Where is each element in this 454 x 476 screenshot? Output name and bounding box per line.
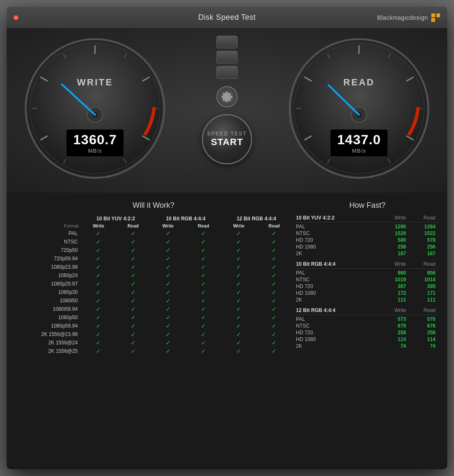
checkmark-icon: ✓ [201, 297, 206, 304]
table-row: 1080i59.94✓✓✓✓✓✓ [15, 305, 292, 313]
results-area: Will it Work? 10 Bit YUV 4:2:2 10 Bit RG… [7, 193, 447, 469]
will-it-work-title: Will it Work? [15, 201, 292, 210]
checkmark-icon: ✓ [96, 230, 101, 237]
format-btn-2[interactable] [216, 51, 238, 63]
hf-row-write: 1290 [380, 224, 409, 230]
check-cell: ✓ [186, 305, 221, 313]
table-row: 1080p24✓✓✓✓✓✓ [15, 271, 292, 280]
checkmark-icon: ✓ [166, 230, 171, 237]
check-cell: ✓ [81, 280, 116, 288]
check-cell: ✓ [81, 296, 116, 305]
check-cell: ✓ [150, 330, 186, 338]
table-row: 2K 1556@25✓✓✓✓✓✓ [15, 347, 292, 355]
hf-row-read: 256 [409, 244, 439, 250]
format-cell: 1080p23.98 [15, 263, 81, 271]
checkmark-icon: ✓ [236, 255, 241, 262]
hf-row-write: 573 [380, 316, 409, 322]
close-button[interactable] [13, 15, 18, 20]
check-cell: ✓ [186, 296, 221, 305]
checkmark-icon: ✓ [201, 339, 206, 346]
how-fast-title: How Fast? [296, 201, 439, 210]
checkmark-icon: ✓ [131, 297, 136, 304]
brand-logo: Blackmagicdesign [377, 13, 441, 22]
format-cell: 2K 1556@25 [15, 347, 81, 355]
hf-row-read: 256 [409, 330, 439, 336]
read-value: 1437.0 [337, 132, 381, 148]
will-it-work-section: Will it Work? 10 Bit YUV 4:2:2 10 Bit RG… [15, 201, 292, 465]
format-cell: 720p50 [15, 246, 81, 254]
check-cell: ✓ [256, 263, 292, 271]
check-cell: ✓ [116, 330, 150, 338]
checkmark-icon: ✓ [131, 306, 136, 312]
checkmark-icon: ✓ [201, 306, 206, 312]
checkmark-icon: ✓ [272, 247, 277, 254]
check-cell: ✓ [221, 238, 257, 246]
checkmark-icon: ✓ [236, 289, 241, 296]
checkmark-icon: ✓ [96, 247, 101, 254]
check-cell: ✓ [256, 229, 292, 238]
hf-section-0: 10 Bit YUV 4:2:2 Write Read PAL 1290 128… [296, 215, 439, 257]
rgb12-write-header: Write [221, 222, 257, 229]
checkmark-icon: ✓ [96, 314, 101, 321]
write-gauge: WRITE 1360.7 MB/s [24, 37, 166, 180]
will-it-work-table: 10 Bit YUV 4:2:2 10 Bit RGB 4:4:4 12 Bit… [15, 215, 292, 355]
checkmark-icon: ✓ [272, 314, 277, 321]
check-cell: ✓ [81, 246, 116, 254]
checkmark-icon: ✓ [96, 255, 101, 262]
settings-button[interactable] [216, 86, 238, 107]
gauges-area: WRITE 1360.7 MB/s [7, 29, 447, 193]
hf-row-label: PAL [296, 224, 380, 230]
hf-row-write: 172 [380, 290, 409, 296]
col-group-3: 12 Bit RGB 4:4:4 [221, 215, 292, 222]
check-cell: ✓ [186, 288, 221, 296]
hf-row-write: 167 [380, 251, 409, 257]
write-value-box: 1360.7 MB/s [66, 129, 124, 157]
checkmark-icon: ✓ [131, 272, 136, 279]
check-cell: ✓ [186, 322, 221, 330]
hf-row-label: PAL [296, 270, 380, 276]
hf-row-read: 1284 [409, 224, 439, 230]
format-cell: 2K 1556@24 [15, 338, 81, 347]
hf-row-write: 1019 [380, 277, 409, 283]
check-cell: ✓ [186, 313, 221, 322]
hf-row-read: 570 [409, 316, 439, 322]
format-cell: 1080p30 [15, 288, 81, 296]
format-btn-1[interactable] [216, 36, 238, 48]
format-cell: 2K 1556@23.98 [15, 330, 81, 338]
checkmark-icon: ✓ [236, 339, 241, 346]
hf-write-col: Write [380, 215, 409, 221]
start-small-text: SPEED TEST [207, 131, 247, 137]
center-controls: SPEED TEST START [202, 36, 252, 164]
hf-row-read: 578 [409, 237, 439, 243]
check-cell: ✓ [150, 305, 186, 313]
checkmark-icon: ✓ [272, 289, 277, 296]
check-cell: ✓ [150, 263, 186, 271]
check-cell: ✓ [116, 305, 150, 313]
hf-read-col: Read [409, 307, 439, 313]
check-cell: ✓ [81, 322, 116, 330]
brand-sq-br [436, 18, 440, 22]
checkmark-icon: ✓ [166, 238, 171, 245]
table-row: NTSC✓✓✓✓✓✓ [15, 238, 292, 246]
check-cell: ✓ [150, 288, 186, 296]
start-button[interactable]: SPEED TEST START [202, 114, 252, 164]
hf-data-row: PAL 1290 1284 [296, 223, 439, 230]
check-cell: ✓ [81, 238, 116, 246]
hf-section-1: 10 Bit RGB 4:4:4 Write Read PAL 860 856 … [296, 261, 439, 303]
format-subheader: Format [15, 222, 81, 229]
hf-row-read: 74 [409, 343, 439, 349]
hf-row-label: HD 720 [296, 237, 380, 243]
format-btn-3[interactable] [216, 66, 238, 79]
check-cell: ✓ [116, 296, 150, 305]
hf-row-write: 258 [380, 330, 409, 336]
format-cell: NTSC [15, 238, 81, 246]
check-cell: ✓ [256, 338, 292, 347]
hf-data-row: 2K 167 167 [296, 250, 439, 257]
yuv-read-header: Read [116, 222, 150, 229]
checkmark-icon: ✓ [166, 314, 171, 321]
checkmark-icon: ✓ [96, 331, 101, 338]
check-cell: ✓ [116, 263, 150, 271]
hf-row-read: 676 [409, 323, 439, 329]
hf-section-header: 10 Bit RGB 4:4:4 Write Read [296, 261, 439, 269]
check-cell: ✓ [221, 229, 257, 238]
